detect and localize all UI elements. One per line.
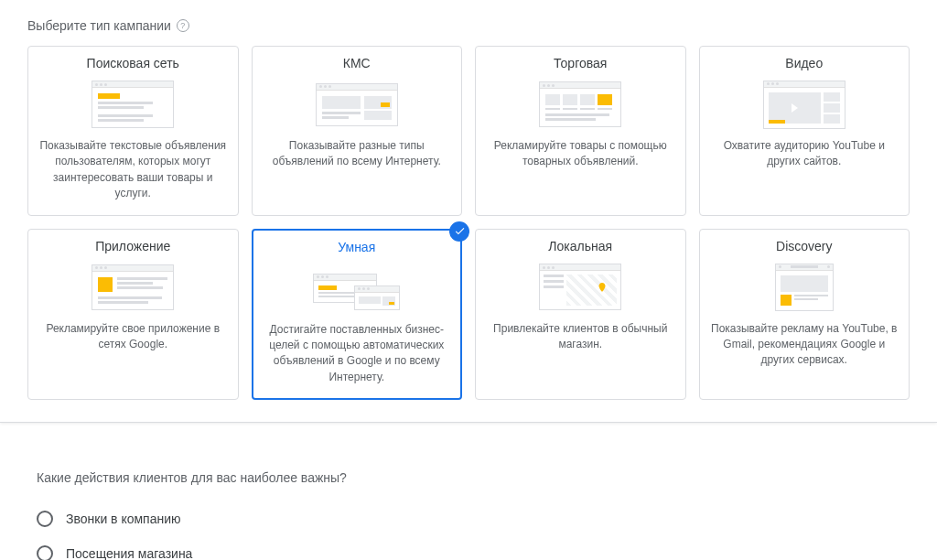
card-app[interactable]: Приложение <box>27 229 239 401</box>
campaign-cards-grid: Поисковая сеть Показывайте текстовые объ… <box>27 46 910 400</box>
thumb-discovery <box>711 261 899 314</box>
radio-icon <box>37 511 53 527</box>
card-shopping[interactable]: Торговая <box>475 46 686 216</box>
card-title: Видео <box>711 56 899 70</box>
card-discovery[interactable]: Discovery П <box>699 229 910 401</box>
card-smart[interactable]: Умная <box>252 229 463 401</box>
section-heading: Выберите тип кампании ? <box>27 18 910 33</box>
radio-option-calls[interactable]: Звонки в компанию <box>37 501 900 536</box>
card-desc: Рекламируйте свое приложение в сетях Goo… <box>39 321 227 353</box>
radio-label: Звонки в компанию <box>66 512 181 526</box>
card-title: Умная <box>264 240 450 254</box>
thumb-app <box>39 261 227 314</box>
card-desc: Охватите аудиторию YouTube и других сайт… <box>711 138 899 170</box>
thumb-smart <box>264 262 450 315</box>
check-icon <box>449 221 469 242</box>
radio-option-visits[interactable]: Посещения магазина <box>37 536 900 560</box>
card-search[interactable]: Поисковая сеть Показывайте текстовые объ… <box>27 46 239 216</box>
thumb-video <box>711 78 899 131</box>
card-local[interactable]: Локальная Привлек <box>475 229 686 401</box>
card-title: Локальная <box>487 239 674 253</box>
actions-heading: Какие действия клиентов для вас наиболее… <box>37 470 900 485</box>
thumb-shopping <box>487 78 674 131</box>
card-desc: Привлекайте клиентов в обычный магазин. <box>487 321 674 353</box>
card-title: Торговая <box>487 56 674 70</box>
card-video[interactable]: Видео <box>699 46 910 216</box>
radio-label: Посещения магазина <box>66 546 192 560</box>
card-display[interactable]: КМС <box>252 46 463 216</box>
heading-text: Выберите тип кампании <box>27 18 171 33</box>
actions-panel: Какие действия клиентов для вас наиболее… <box>0 448 937 560</box>
card-desc: Показывайте рекламу на YouTube, в Gmail,… <box>711 321 899 369</box>
thumb-local <box>487 261 674 314</box>
radio-icon <box>37 545 53 560</box>
card-title: Поисковая сеть <box>39 56 227 70</box>
help-icon[interactable]: ? <box>177 19 189 32</box>
card-title: Приложение <box>39 239 227 253</box>
card-desc: Рекламируйте товары с помощью товарных о… <box>487 138 674 170</box>
card-desc: Достигайте поставленных бизнес-целей с п… <box>264 322 450 386</box>
card-title: КМС <box>264 56 451 70</box>
thumb-display <box>264 78 451 131</box>
campaign-type-panel: Выберите тип кампании ? Поисковая сеть П… <box>0 0 937 423</box>
card-desc: Показывайте текстовые объявления пользов… <box>39 138 227 202</box>
thumb-search <box>39 78 227 131</box>
card-desc: Показывайте разные типы объявлений по вс… <box>264 138 451 170</box>
card-title: Discovery <box>711 239 899 253</box>
